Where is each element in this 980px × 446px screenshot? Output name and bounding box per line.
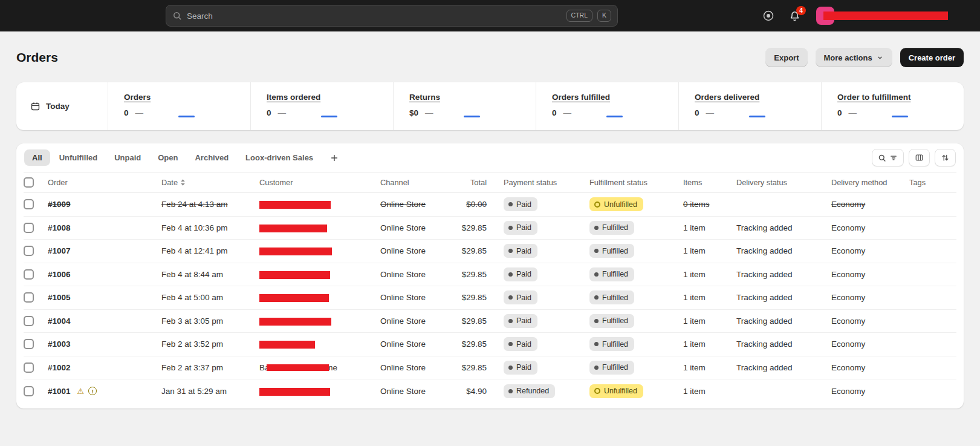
order-number-link[interactable]: #1005 bbox=[48, 293, 71, 302]
row-checkbox[interactable] bbox=[24, 199, 34, 209]
row-checkbox[interactable] bbox=[24, 362, 34, 373]
table-row[interactable]: #1004 ⚠ ! Feb 3 at 3:05 pm Online Store … bbox=[24, 310, 956, 333]
col-header-date[interactable]: Date bbox=[161, 178, 259, 187]
metric-sparkline bbox=[464, 116, 480, 117]
order-channel: Online Store bbox=[380, 223, 453, 232]
order-date: Feb 4 at 8:44 am bbox=[161, 270, 259, 279]
tab-unfulfilled[interactable]: Unfulfilled bbox=[51, 149, 106, 166]
redacted-store-name bbox=[823, 11, 948, 20]
sort-button[interactable] bbox=[935, 149, 956, 166]
tab-open[interactable]: Open bbox=[150, 149, 186, 166]
chevron-down-icon bbox=[876, 54, 884, 62]
table-row[interactable]: #1001 ⚠ ! Jan 31 at 5:29 am Online Store… bbox=[24, 379, 956, 403]
date-range-label: Today bbox=[46, 102, 70, 111]
fulfillment-status-icon bbox=[594, 388, 600, 394]
customer-cell bbox=[259, 200, 380, 209]
metric-label[interactable]: Returns bbox=[409, 93, 440, 102]
payment-status-dot-icon bbox=[508, 249, 513, 253]
order-number-link[interactable]: #1009 bbox=[48, 200, 71, 209]
payment-badge: Paid bbox=[504, 267, 537, 281]
payment-badge: Paid bbox=[504, 244, 537, 258]
metric-value: 0 bbox=[124, 108, 129, 117]
select-all-checkbox[interactable] bbox=[24, 177, 34, 188]
metric-value: 0 bbox=[552, 108, 557, 117]
redaction-bar bbox=[259, 294, 329, 302]
columns-icon bbox=[915, 153, 924, 162]
more-actions-button[interactable]: More actions bbox=[816, 48, 892, 67]
date-range-picker[interactable]: Today bbox=[16, 82, 108, 130]
row-checkbox[interactable] bbox=[24, 316, 34, 326]
delivery-status: Tracking added bbox=[736, 339, 831, 349]
order-number-link[interactable]: #1007 bbox=[48, 246, 71, 255]
col-header-payment-status: Payment status bbox=[504, 178, 589, 187]
metric-card[interactable]: Order to fulfillment 0 — bbox=[821, 82, 964, 130]
metric-label[interactable]: Orders delivered bbox=[695, 93, 759, 102]
table-row[interactable]: #1005 ⚠ ! Feb 4 at 5:00 am Online Store … bbox=[24, 286, 956, 310]
fulfillment-badge: Fulfilled bbox=[589, 361, 634, 375]
delivery-method: Economy bbox=[831, 270, 909, 279]
fulfillment-status-cell: Fulfilled bbox=[589, 267, 683, 281]
tab-archived[interactable]: Archived bbox=[187, 149, 236, 166]
metric-label[interactable]: Items ordered bbox=[267, 93, 320, 102]
payment-status-label: Paid bbox=[516, 363, 531, 372]
fulfillment-status-icon bbox=[594, 366, 599, 370]
order-number-link[interactable]: #1004 bbox=[48, 316, 71, 326]
metric-card[interactable]: Orders delivered 0 — bbox=[678, 82, 821, 130]
store-menu[interactable] bbox=[815, 6, 948, 25]
metric-sparkline bbox=[749, 116, 765, 117]
tab-unpaid[interactable]: Unpaid bbox=[106, 149, 149, 166]
row-checkbox[interactable] bbox=[24, 386, 34, 396]
order-channel: Online Store bbox=[380, 200, 453, 209]
order-number-link[interactable]: #1001 bbox=[48, 387, 71, 396]
shortcut-ctrl-key: CTRL bbox=[566, 10, 592, 21]
metric-card[interactable]: Orders fulfilled 0 — bbox=[536, 82, 678, 130]
order-number-link[interactable]: #1008 bbox=[48, 223, 71, 232]
table-row[interactable]: #1009 ⚠ ! Feb 24 at 4:13 am Online Store… bbox=[24, 193, 956, 217]
create-order-button[interactable]: Create order bbox=[900, 48, 964, 67]
order-channel: Online Store bbox=[380, 363, 453, 372]
export-button[interactable]: Export bbox=[765, 48, 807, 67]
topbar-app-icon[interactable] bbox=[762, 10, 774, 22]
metric-card[interactable]: Returns $0 — bbox=[393, 82, 536, 130]
metric-trend-dash: — bbox=[563, 108, 572, 117]
table-row[interactable]: #1002 ⚠ ! Feb 2 at 3:37 pm Barbra Gordon… bbox=[24, 356, 956, 380]
row-checkbox[interactable] bbox=[24, 339, 34, 349]
delivery-method: Economy bbox=[831, 387, 909, 396]
order-channel: Online Store bbox=[380, 316, 453, 326]
fulfillment-status-cell: Unfulfilled bbox=[589, 197, 683, 211]
row-checkbox[interactable] bbox=[24, 246, 34, 256]
table-row[interactable]: #1006 ⚠ ! Feb 4 at 8:44 am Online Store … bbox=[24, 263, 956, 287]
search-input[interactable] bbox=[187, 11, 562, 21]
customer-cell bbox=[259, 339, 380, 349]
metric-label[interactable]: Orders fulfilled bbox=[552, 93, 610, 102]
metric-label[interactable]: Order to fulfillment bbox=[837, 93, 911, 102]
delivery-status: Tracking added bbox=[736, 293, 831, 302]
global-search-bar[interactable]: CTRL K bbox=[166, 5, 618, 27]
order-items-count: 1 item bbox=[683, 339, 736, 349]
table-row[interactable]: #1003 ⚠ ! Feb 2 at 3:52 pm Online Store … bbox=[24, 333, 956, 356]
notifications-button[interactable]: 4 bbox=[789, 10, 800, 22]
metric-value: 0 bbox=[695, 108, 699, 117]
col-header-fulfillment-status: Fulfillment status bbox=[589, 178, 683, 187]
row-checkbox[interactable] bbox=[24, 292, 34, 303]
row-checkbox[interactable] bbox=[24, 269, 34, 280]
search-filter-button[interactable] bbox=[872, 149, 904, 166]
tab-loox-driven-sales[interactable]: Loox-driven Sales bbox=[238, 149, 321, 166]
delivery-status: Tracking added bbox=[736, 270, 831, 279]
search-icon bbox=[878, 154, 886, 162]
payment-status-label: Paid bbox=[516, 247, 531, 255]
metric-card[interactable]: Orders 0 — bbox=[108, 82, 250, 130]
add-view-button[interactable] bbox=[326, 149, 343, 166]
table-row[interactable]: #1007 ⚠ ! Feb 4 at 12:41 pm Online Store… bbox=[24, 240, 956, 263]
row-checkbox[interactable] bbox=[24, 223, 34, 233]
table-row[interactable]: #1008 ⚠ ! Feb 4 at 10:36 pm Online Store… bbox=[24, 217, 956, 240]
order-number-link[interactable]: #1003 bbox=[48, 339, 71, 349]
order-number-link[interactable]: #1002 bbox=[48, 363, 71, 372]
metric-card[interactable]: Items ordered 0 — bbox=[250, 82, 393, 130]
columns-button[interactable] bbox=[909, 149, 930, 166]
tab-all[interactable]: All bbox=[24, 149, 50, 166]
order-date: Feb 4 at 10:36 pm bbox=[161, 223, 259, 232]
order-number-link[interactable]: #1006 bbox=[48, 270, 71, 279]
metric-label[interactable]: Orders bbox=[124, 93, 151, 102]
payment-badge: Paid bbox=[504, 361, 537, 375]
